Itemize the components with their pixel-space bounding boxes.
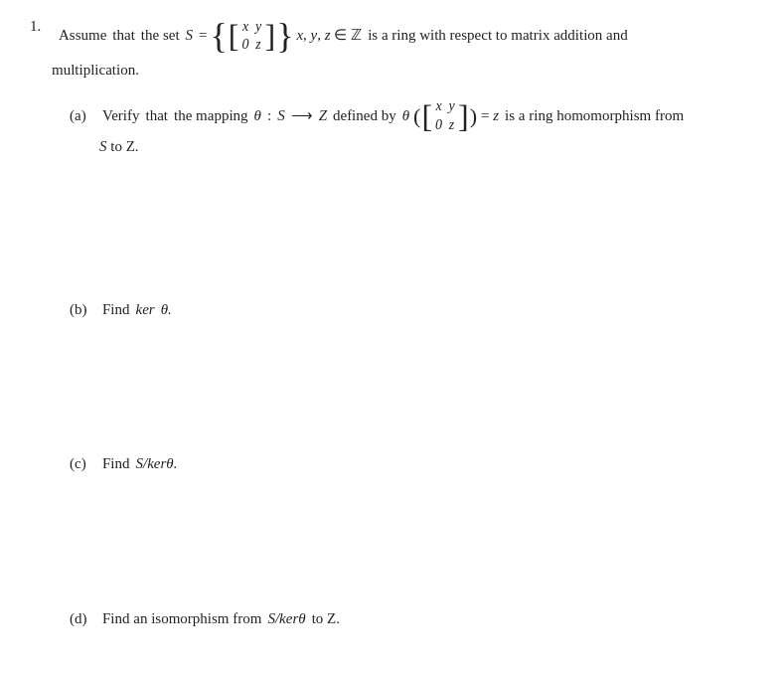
part-d-header: (d) Find an isomorphism from S/kerθ to Z…: [70, 606, 754, 632]
to-z-d: to Z.: [312, 606, 340, 632]
the-set-text: the set: [141, 23, 180, 49]
problem-number: 1.: [30, 18, 52, 35]
problem-header: 1. Assume that the set S = { [ x y 0 z: [30, 18, 754, 54]
is-a-ring: is a ring with respect to matrix additio…: [368, 23, 628, 49]
problem-statement: Assume that the set S = { [ x y 0 z ]: [56, 18, 631, 54]
part-a: (a) Verify that the mapping θ : S ⟶ Z de…: [70, 97, 754, 287]
cell-ay: y: [448, 97, 455, 115]
part-d: (d) Find an isomorphism from S/kerθ to Z…: [70, 606, 754, 632]
part-c-label: (c): [70, 451, 95, 477]
cell-a0: 0: [435, 116, 442, 134]
quotient-d: S/kerθ: [267, 606, 305, 632]
bracket-left: [: [229, 20, 239, 52]
s-to-z: S to Z.: [99, 138, 139, 154]
part-b-label: (b): [70, 297, 95, 323]
part-b-content: Find ker θ.: [99, 297, 175, 323]
part-d-content: Find an isomorphism from S/kerθ to Z.: [99, 606, 343, 632]
equals-z-text: = z: [481, 103, 499, 129]
find-b: Find: [102, 297, 130, 323]
cell-x: x: [242, 18, 249, 36]
part-b-header: (b) Find ker θ.: [70, 297, 754, 323]
set-notation: { [ x y 0 z ] }: [211, 18, 294, 54]
cell-z: z: [255, 36, 262, 54]
theta-a: θ: [254, 103, 261, 129]
matrix-arg: ( [ x y 0 z ] ): [413, 97, 477, 134]
is-ring-hom: is a ring homomorphism from: [505, 103, 684, 129]
find-d: Find an isomorphism from: [102, 606, 261, 632]
arrow-a: ⟶: [291, 103, 313, 129]
quotient-c: S/kerθ.: [136, 451, 178, 477]
part-d-label: (d): [70, 606, 95, 632]
part-c: (c) Find S/kerθ.: [70, 451, 754, 596]
bracket-right-a: ]: [458, 100, 469, 132]
part-b: (b) Find ker θ.: [70, 297, 754, 442]
cell-ax: x: [435, 97, 442, 115]
that-text-a: that: [146, 103, 169, 129]
equals-sign: =: [199, 23, 207, 49]
bracket-right: ]: [265, 20, 276, 52]
part-a-continuation: S to Z.: [99, 134, 754, 160]
bracket-left-a: [: [421, 100, 432, 132]
defined-by-text: defined by: [333, 103, 396, 129]
part-a-header: (a) Verify that the mapping θ : S ⟶ Z de…: [70, 97, 754, 134]
part-b-spacer: [70, 322, 754, 441]
multiplication-text: multiplication.: [52, 62, 139, 78]
part-c-spacer: [70, 477, 754, 596]
cell-0: 0: [242, 36, 249, 54]
the-mapping-text: the mapping: [174, 103, 248, 129]
theta-def: θ: [402, 103, 409, 129]
part-a-content: Verify that the mapping θ : S ⟶ Z define…: [99, 97, 687, 134]
part-a-label: (a): [70, 103, 95, 129]
paren-left: (: [413, 97, 420, 134]
part-c-content: Find S/kerθ.: [99, 451, 180, 477]
matrix-display: [ x y 0 z ]: [229, 18, 275, 54]
matrix-grid: x y 0 z: [240, 18, 264, 54]
assume-text: Assume: [59, 23, 106, 49]
that-text: that: [112, 23, 135, 49]
cell-y: y: [255, 18, 262, 36]
problem-container: 1. Assume that the set S = { [ x y 0 z: [30, 18, 754, 631]
theta-b: θ.: [161, 297, 172, 323]
find-c: Find: [102, 451, 130, 477]
matrix-grid-a: x y 0 z: [433, 97, 457, 133]
colon-a: :: [267, 103, 271, 129]
curly-open: {: [211, 18, 228, 54]
z-a: Z: [319, 103, 327, 129]
cell-az: z: [448, 116, 455, 134]
paren-right: ): [470, 97, 477, 134]
ker-b: ker: [136, 297, 155, 323]
problem-continuation: multiplication.: [52, 58, 754, 84]
matrix-inner-a: [ x y 0 z ]: [421, 97, 468, 133]
part-a-spacer: [70, 168, 754, 287]
curly-close: }: [276, 18, 293, 54]
verify-text: Verify: [102, 103, 140, 129]
set-condition: x, y, z ∈ ℤ: [296, 23, 362, 49]
set-var: S: [186, 23, 194, 49]
part-c-header: (c) Find S/kerθ.: [70, 451, 754, 477]
s-a: S: [277, 103, 285, 129]
